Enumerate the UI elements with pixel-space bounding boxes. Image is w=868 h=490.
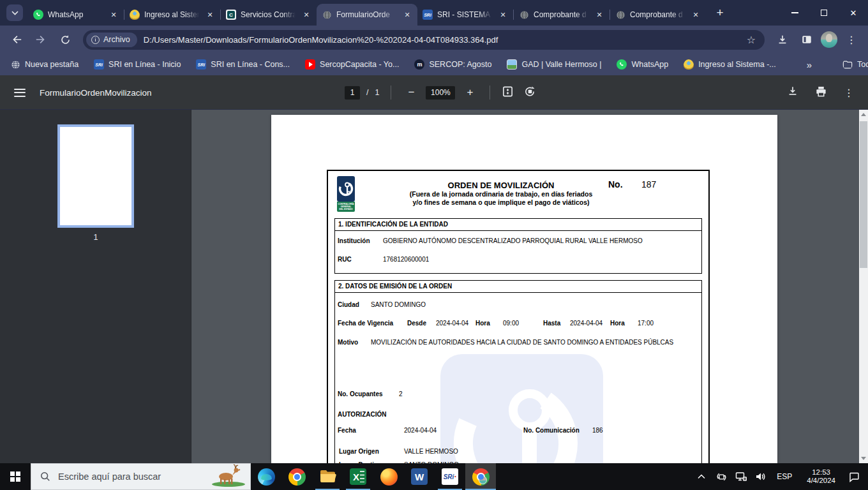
whatsapp-icon [617,59,627,70]
page-total: 1 [375,88,379,97]
scroll-up-arrow[interactable] [859,110,868,119]
close-icon[interactable]: ✕ [402,10,412,20]
vigencia-label: Fecha de Vigencia [338,320,393,327]
tab-comprobante-1[interactable]: Comprobante d ✕ [514,4,610,26]
taskbar-chrome-active-button[interactable] [465,463,496,490]
close-icon[interactable]: ✕ [498,10,508,20]
excel-icon: X [350,468,366,485]
zoom-level-input[interactable]: 100% [426,86,455,100]
close-icon[interactable]: ✕ [691,10,701,20]
pdf-viewer-content: 1 1. IDENTIFICACIÓN DE LA E [0,110,868,463]
bookmark-label: Ingreso al Sistema -... [698,60,776,69]
taskbar-chrome-button[interactable] [281,463,312,490]
institucion-value: GOBIERNO AUTÓNOMO DESCENTRALIZADO PARROQ… [383,237,643,244]
back-button[interactable] [6,29,27,50]
thumbnail-sidebar: 1 [0,110,191,463]
tab-formulario-orden-active[interactable]: FormularioOrde ✕ [317,4,417,26]
window-close-button[interactable]: ✕ [839,0,868,26]
new-tab-button[interactable]: + [711,4,729,22]
pdf-menu-icon[interactable] [14,89,26,97]
taskbar-excel-button[interactable]: X [343,463,373,490]
order-no-label: No. [608,179,623,189]
sri-letters: SRi [424,13,431,17]
taskbar-edge-button[interactable] [251,463,281,490]
close-icon[interactable]: ✕ [205,10,215,20]
bookmark-nueva-pestana[interactable]: Nueva pestaña [10,59,79,70]
taskbar-firefox-button[interactable] [373,463,404,490]
bookmark-gad-valle-hermoso[interactable]: GAD | Valle Hermoso | [507,59,601,70]
profile-avatar[interactable] [821,31,837,48]
comunicacion-value: 186 [592,427,603,434]
minimize-button[interactable] [780,0,809,26]
page-number-input[interactable]: 1 [345,86,360,100]
folder-icon [842,59,853,70]
tab-label: Comprobante d [630,10,686,19]
tab-label: WhatsApp [48,10,104,19]
sercop-letter: m [417,61,422,68]
pdf-download-button[interactable] [787,85,798,100]
bookmarks-overflow-button[interactable]: » [807,59,812,70]
fecha-label: Fecha [338,427,356,434]
close-icon[interactable]: ✕ [594,10,604,20]
bookmark-sri-inicio[interactable]: SRi SRI en Línea - Inicio [94,59,181,70]
zoom-in-button[interactable]: + [461,86,478,99]
bookmark-star-icon[interactable]: ☆ [742,34,761,46]
scroll-down-arrow[interactable] [859,454,868,463]
start-button[interactable] [0,463,31,490]
tab-whatsapp[interactable]: WhatsApp ✕ [28,4,124,26]
desde-label: Desde [407,320,426,327]
browser-toolbar: Archivo D:/Users/Master/Downloads/Formul… [0,26,868,54]
fit-to-page-button[interactable] [502,85,514,100]
bookmark-sri-consultas[interactable]: SRi SRI en Línea - Cons... [196,59,290,70]
hora2-label: Hora [610,320,625,327]
pdf-more-options-button[interactable]: ⋮ [844,87,854,99]
tray-expand-chevron[interactable] [694,463,709,490]
page-thumbnail[interactable] [57,124,134,228]
taskbar-sri-button[interactable]: SRi· [435,463,465,490]
side-panel-button[interactable] [797,29,817,50]
tab-sri-sistema[interactable]: SRi SRI - SISTEMA D ✕ [417,4,513,26]
bookmark-sercopcapacita[interactable]: SercopCapacita - Yo... [305,59,399,70]
volume-icon[interactable] [753,463,768,490]
taskbar-search-input[interactable]: Escribe aquí para buscar [31,463,251,490]
bookmark-sercop-agosto[interactable]: m SERCOP: Agosto [414,59,491,70]
desde-value: 2024-04-04 [436,320,468,327]
bookmark-label: SercopCapacita - Yo... [320,60,399,69]
url-text[interactable]: D:/Users/Master/Downloads/FormularioOrde… [144,35,742,45]
forward-button[interactable] [31,29,51,50]
zoom-out-button[interactable]: − [403,86,419,99]
taskbar-file-explorer-button[interactable] [312,463,343,490]
address-bar[interactable]: Archivo D:/Users/Master/Downloads/Formul… [83,30,765,50]
network-icon[interactable] [733,463,749,490]
tab-search-button[interactable] [6,4,23,21]
clock[interactable]: 12:53 4/4/2024 [800,468,842,486]
tab-servicios-contraloria[interactable]: C Servicios Contra ✕ [221,4,317,26]
tab-ingreso-al-sistema[interactable]: Ingreso al Sistem ✕ [124,4,220,26]
close-icon[interactable]: ✕ [108,10,119,20]
maximize-button[interactable] [809,0,839,26]
action-center-icon[interactable] [846,463,862,490]
bookmark-whatsapp[interactable]: WhatsApp [617,59,668,70]
chevron-down-icon [11,11,19,15]
vertical-scrollbar[interactable] [859,110,868,463]
order-no-value: 187 [641,179,656,189]
search-highlight-deer-image[interactable] [209,463,249,489]
downloads-button[interactable] [772,29,793,50]
file-scheme-chip[interactable]: Archivo [86,33,137,47]
bookmark-ingreso-sistema[interactable]: Ingreso al Sistema -... [684,59,776,70]
close-icon[interactable]: ✕ [301,10,311,20]
scrollbar-thumb[interactable] [860,121,867,268]
page-separator: / [366,88,368,97]
pdf-page-viewport[interactable]: 1. IDENTIFICACIÓN DE LA ENTIDAD 2. DATOS… [192,110,859,463]
browser-menu-button[interactable]: ⋮ [841,29,862,50]
all-bookmarks-button[interactable]: Todos los marcadores [842,59,868,70]
pdf-print-button[interactable] [815,85,827,100]
pdf-page: 1. IDENTIFICACIÓN DE LA ENTIDAD 2. DATOS… [271,115,777,463]
document-header: ORDEN DE MOVILIZACIÓN (Fuera de la jorna… [354,181,648,207]
tab-comprobante-2[interactable]: Comprobante d ✕ [610,4,706,26]
reload-button[interactable] [55,29,75,50]
language-indicator[interactable]: ESP [773,472,796,481]
taskbar-word-button[interactable]: W [404,463,435,490]
rotate-button[interactable] [524,85,536,100]
display-sync-icon[interactable] [714,463,729,490]
